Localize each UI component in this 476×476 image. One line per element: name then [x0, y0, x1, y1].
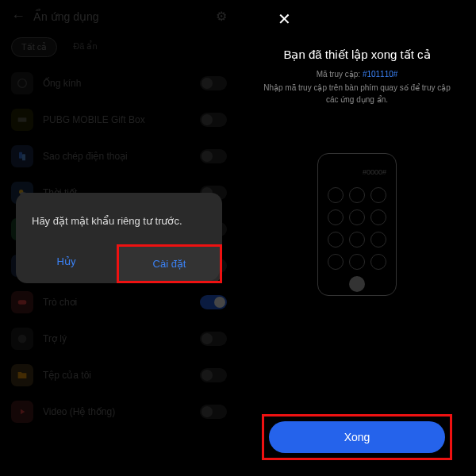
- setup-description: Nhập mã truy cập trên bàn phím quay số đ…: [238, 82, 476, 106]
- left-pane: ← Ẩn ứng dụng ⚙ Tất cả Đã ẩn Ống kính PU…: [0, 0, 238, 476]
- keypad-key: [370, 232, 386, 248]
- settings-button[interactable]: Cài đặt: [119, 247, 220, 281]
- cancel-button[interactable]: Hủy: [16, 244, 117, 283]
- keypad-key: [349, 254, 365, 270]
- dialog-buttons: Hủy Cài đặt: [16, 244, 222, 283]
- close-icon[interactable]: ✕: [278, 10, 291, 29]
- dialog: Hãy đặt mật khẩu riêng tư trước. Hủy Cài…: [16, 193, 222, 283]
- access-code-line: Mã truy cập: #101110#: [238, 70, 476, 79]
- setup-title: Bạn đã thiết lập xong tất cả: [238, 48, 476, 62]
- keypad-key: [349, 209, 365, 225]
- keypad-key: [349, 232, 365, 248]
- dialog-overlay: Hãy đặt mật khẩu riêng tư trước. Hủy Cài…: [0, 0, 238, 476]
- keypad-key: [370, 187, 386, 203]
- phone-mockup: #0000#: [317, 153, 397, 296]
- keypad-key: [370, 254, 386, 270]
- keypad-key: [349, 187, 365, 203]
- done-button[interactable]: Xong: [269, 421, 445, 453]
- keypad: [328, 187, 386, 292]
- keypad-key: [328, 209, 344, 225]
- keypad-key: [328, 187, 344, 203]
- highlight-box: Cài đặt: [117, 244, 222, 283]
- keypad-key: [328, 232, 344, 248]
- highlight-box: Xong: [262, 414, 452, 460]
- right-pane: ✕ Bạn đã thiết lập xong tất cả Mã truy c…: [238, 0, 476, 476]
- dialer-display: #0000#: [328, 168, 386, 176]
- code-label: Mã truy cập:: [317, 70, 360, 79]
- keypad-key: [328, 254, 344, 270]
- keypad-key: [370, 209, 386, 225]
- access-code: #101110#: [363, 70, 398, 79]
- dialog-message: Hãy đặt mật khẩu riêng tư trước.: [16, 209, 222, 244]
- home-key: [349, 276, 365, 292]
